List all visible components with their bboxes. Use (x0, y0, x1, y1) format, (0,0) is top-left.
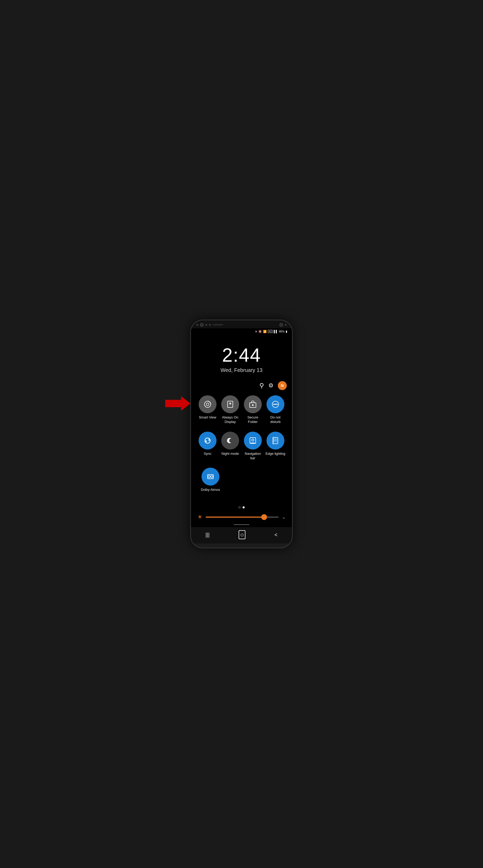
phone-cameras (196, 323, 223, 327)
smart-view-icon (199, 395, 216, 413)
phone-outer-wrapper: ∗ 🔇 📶 4G ▌▌ 88% ▮ 2:44 Wed, February 13 … (181, 319, 302, 549)
lte-icon: 4G (268, 330, 273, 333)
front-camera (279, 323, 283, 327)
navigation-bar-label: Navigation bar (242, 452, 263, 461)
mute-icon: 🔇 (258, 330, 262, 333)
tile-night-mode[interactable]: Night mode (220, 432, 241, 461)
brightness-icon: ☀ (197, 514, 203, 521)
wifi-icon: 📶 (263, 330, 267, 333)
brightness-thumb[interactable] (261, 514, 267, 520)
arrow-head (181, 396, 190, 411)
svg-rect-12 (250, 438, 256, 443)
camera-dot-3 (209, 324, 211, 326)
camera-dot-1 (196, 324, 198, 326)
always-on-label: Always On Display (220, 415, 241, 424)
secure-folder-label: Secure Folder (242, 415, 263, 424)
search-icon[interactable]: ⚲ (260, 382, 264, 389)
dolby-atmos-label: Dolby Atmos (201, 488, 220, 492)
brightness-fill (206, 517, 264, 518)
screen: ∗ 🔇 📶 4G ▌▌ 88% ▮ 2:44 Wed, February 13 … (191, 328, 292, 544)
secure-folder-icon (244, 395, 262, 413)
speaker-grille (213, 324, 223, 326)
clock-time: 2:44 (196, 345, 287, 366)
page-dots (191, 502, 292, 511)
night-mode-label: Night mode (221, 452, 239, 456)
tiles-row-3: Dolby Atmos (196, 468, 287, 492)
sync-icon (199, 432, 216, 450)
svg-point-14 (252, 439, 254, 441)
battery-icon: ▮ (286, 330, 287, 333)
clock-area: 2:44 Wed, February 13 (191, 334, 292, 378)
smart-view-label: Smart View (199, 415, 216, 420)
phone-top-bar (191, 320, 292, 328)
settings-icon[interactable]: ⚙ (268, 382, 274, 389)
dolby-atmos-icon (202, 468, 219, 486)
user-avatar[interactable]: N (278, 381, 287, 390)
arrow-body (165, 400, 181, 407)
phone-bottom (191, 544, 292, 548)
brightness-track[interactable] (206, 517, 279, 518)
bluetooth-icon: ∗ (255, 330, 257, 333)
svg-point-1 (206, 403, 209, 406)
tile-edge-lighting[interactable]: Edge lighting (265, 432, 286, 461)
brightness-expand-icon[interactable]: ⌄ (282, 514, 286, 520)
do-not-disturb-icon (267, 395, 284, 413)
home-button[interactable]: ○ (239, 530, 246, 539)
svg-rect-16 (274, 438, 277, 442)
tile-dolby-atmos[interactable]: Dolby Atmos (200, 468, 221, 492)
tile-always-on-display[interactable]: Always On Display (220, 395, 241, 424)
page-dot-1[interactable] (238, 506, 240, 508)
phone-frame: ∗ 🔇 📶 4G ▌▌ 88% ▮ 2:44 Wed, February 13 … (190, 319, 293, 549)
edge-lighting-icon (267, 432, 284, 450)
home-bar (234, 524, 249, 525)
svg-point-20 (211, 475, 213, 478)
tile-navigation-bar[interactable]: Navigation bar (242, 432, 263, 461)
tiles-row-1: Smart View Always On Display (196, 395, 287, 424)
recent-apps-button[interactable]: ||| (206, 532, 210, 538)
tile-smart-view[interactable]: Smart View (197, 395, 218, 424)
brightness-bar: ☀ ⌄ (191, 511, 292, 523)
navigation-bar: ||| ○ < (191, 527, 292, 544)
status-bar: ∗ 🔇 📶 4G ▌▌ 88% ▮ (191, 328, 292, 334)
status-icons: ∗ 🔇 📶 4G ▌▌ 88% ▮ (255, 330, 287, 333)
camera-main (200, 323, 204, 327)
tile-do-not-disturb[interactable]: Do not disturb (265, 395, 286, 424)
svg-rect-13 (251, 443, 255, 443)
tile-secure-folder[interactable]: Secure Folder (242, 395, 263, 424)
sync-label: Sync (204, 452, 212, 456)
night-mode-icon (221, 432, 239, 450)
clock-date: Wed, February 13 (196, 367, 287, 373)
sensor-dot (285, 324, 287, 326)
annotation-arrow (165, 400, 181, 407)
svg-point-7 (252, 404, 253, 406)
tiles-row-2: Sync Night mode (196, 432, 287, 461)
always-on-icon (221, 395, 239, 413)
top-actions: ⚲ ⚙ N (191, 378, 292, 393)
page-dot-2[interactable] (243, 506, 245, 508)
do-not-disturb-label: Do not disturb (265, 415, 286, 424)
battery-percent: 88% (279, 330, 285, 333)
edge-lighting-label: Edge lighting (266, 452, 285, 456)
quick-tiles: Smart View Always On Display (191, 393, 292, 502)
camera-dot-2 (205, 324, 207, 326)
navigation-bar-icon (244, 432, 262, 450)
tile-sync[interactable]: Sync (197, 432, 218, 461)
signal-icon: ▌▌ (274, 330, 278, 333)
svg-point-19 (208, 475, 210, 478)
back-button[interactable]: < (274, 532, 277, 538)
